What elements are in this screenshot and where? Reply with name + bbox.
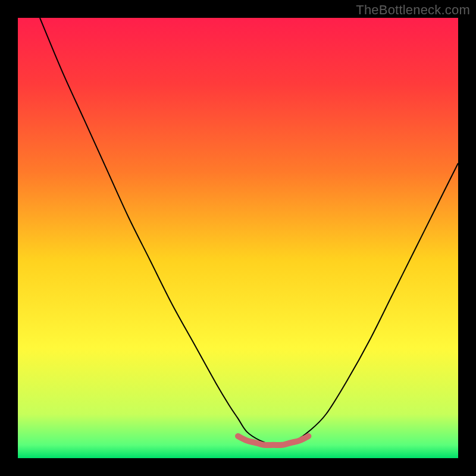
background-rect	[18, 18, 458, 458]
chart-frame: TheBottleneck.com	[0, 0, 476, 476]
watermark-text: TheBottleneck.com	[356, 2, 470, 18]
chart-svg	[18, 18, 458, 458]
plot-area	[18, 18, 458, 458]
